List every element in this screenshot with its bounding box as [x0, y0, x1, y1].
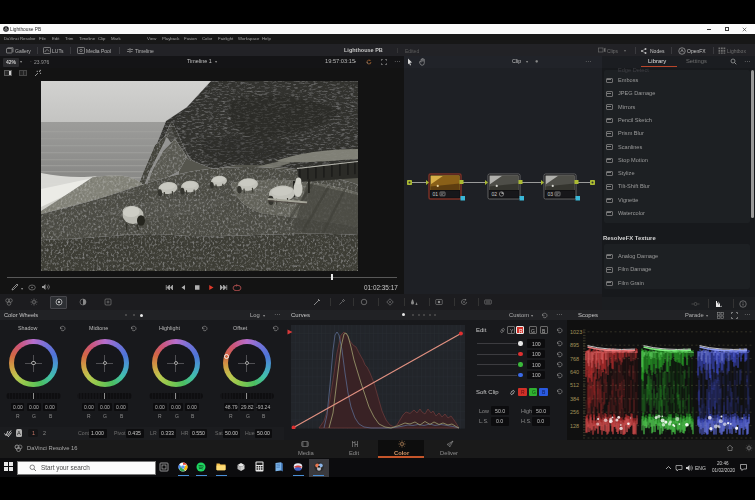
svg-text:02: 02 [492, 191, 498, 197]
svg-text:640: 640 [570, 369, 579, 375]
svg-text:895: 895 [570, 342, 579, 348]
svg-text:384: 384 [570, 396, 579, 402]
svg-text:128: 128 [570, 423, 579, 429]
svg-text:512: 512 [570, 382, 579, 388]
svg-text:256: 256 [570, 409, 579, 415]
svg-text:768: 768 [570, 356, 579, 362]
svg-text:1023: 1023 [570, 329, 582, 335]
svg-text:03: 03 [548, 191, 554, 197]
svg-text:01: 01 [433, 191, 439, 197]
